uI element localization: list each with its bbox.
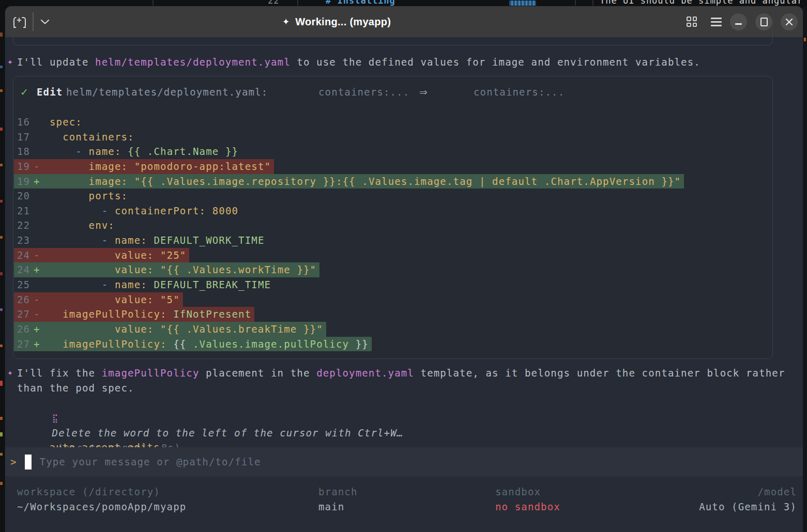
background-mark <box>804 38 806 41</box>
footer-value: Auto (Gemini 3) <box>699 499 797 514</box>
footer-value: ~/Workspaces/pomoApp/myapp <box>17 499 186 514</box>
code-text: env: <box>50 218 115 233</box>
message-segment: I'll update <box>17 56 95 68</box>
diff-marker: + <box>34 174 50 189</box>
terminal-window: + ✦ Working... (myapp) <box>5 6 803 532</box>
assistant-message-fix: ✦ I'll fix the imagePullPolicy placement… <box>5 366 800 395</box>
diff-after-summary: containers:... <box>474 85 565 100</box>
prompt-chevron: > <box>10 456 17 467</box>
assistant-message-text: I'll fix the imagePullPolicy placement i… <box>17 366 800 395</box>
diff-line: 16 spec: <box>14 115 772 130</box>
close-icon <box>785 18 793 26</box>
check-icon: ✓ <box>20 85 29 100</box>
diff-line: 24+ value: "{{ .Values.workTime }}" <box>14 262 772 277</box>
previous-card-remnant <box>13 21 773 45</box>
background-mark <box>0 432 3 436</box>
diff-marker <box>34 115 50 130</box>
edit-diff-card: ✓ Edit helm/templates/deployment.yaml: c… <box>13 76 773 359</box>
code-text: imagePullPolicy: {{ .Values.image.pullPo… <box>50 337 369 352</box>
code-text: image: "pomodoro-app:latest" <box>50 159 271 174</box>
spinner-icon: ⣯ <box>52 413 59 423</box>
terminal-content: ✦ I'll update helm/templates/deployment.… <box>5 37 803 532</box>
background-mark <box>0 417 3 420</box>
code-text: value: "25" <box>50 248 186 263</box>
diff-line: 23 - name: DEFAULT_WORK_TIME <box>14 233 772 248</box>
line-number: 19 <box>14 159 34 174</box>
code-text: - containerPort: 8000 <box>50 204 238 218</box>
sparkle-bullet-icon: ✦ <box>7 55 13 70</box>
line-number: 17 <box>14 130 34 145</box>
message-segment: helm/templates/deployment.yaml <box>95 56 291 68</box>
line-number: 20 <box>14 189 34 204</box>
line-number: 27 <box>14 307 34 322</box>
message-segment: placement in the <box>200 367 317 379</box>
background-mark <box>0 164 3 166</box>
edit-file-path: helm/templates/deployment.yaml: <box>66 85 268 100</box>
footer-label: branch <box>318 484 358 499</box>
diff-line: 21 - containerPort: 8000 <box>14 204 772 218</box>
message-segment: deployment.yaml <box>316 367 414 379</box>
diff-line: 25 - name: DEFAULT_BREAK_TIME <box>14 277 772 292</box>
background-window-top-strip: 22 # Installing The UI should be simple … <box>0 0 807 6</box>
code-text: - name: DEFAULT_WORK_TIME <box>50 233 264 248</box>
diff-line: 27+ imagePullPolicy: {{ .Values.image.pu… <box>14 337 772 352</box>
background-divider <box>592 0 593 6</box>
close-button[interactable] <box>781 13 798 30</box>
code-text: value: "{{ .Values.breakTime }}" <box>50 322 323 337</box>
background-mark <box>0 453 3 456</box>
diff-marker: + <box>34 322 50 337</box>
background-window-left-strip <box>0 6 5 532</box>
assistant-message-update: ✦ I'll update helm/templates/deployment.… <box>5 55 796 70</box>
footer-label: workspace (/directory) <box>17 484 186 499</box>
line-number: 16 <box>14 115 34 130</box>
diff-marker: - <box>34 292 50 307</box>
footer-column-model: /modelAuto (Gemini 3) <box>699 484 797 514</box>
background-code-comment: # Installing <box>326 0 395 6</box>
line-number: 21 <box>14 204 34 218</box>
edit-action-label: Edit <box>37 85 63 100</box>
footer-label: sandbox <box>495 484 560 499</box>
background-mark <box>0 128 3 131</box>
footer-column-sandbox: sandboxno sandbox <box>495 484 560 514</box>
background-editor-text: The UI should be simple and angular <box>600 0 803 6</box>
diff-marker <box>34 130 50 145</box>
footer-label: /model <box>699 484 797 499</box>
diff-marker: - <box>34 159 50 174</box>
line-number: 23 <box>14 233 34 248</box>
diff-line: 19+ image: "{{ .Values.image.repository … <box>14 174 772 189</box>
background-mark <box>0 308 3 311</box>
diff-line: 22 env: <box>14 218 772 233</box>
background-divider <box>297 0 298 6</box>
message-segment: to use the defined values for image and … <box>291 56 701 68</box>
diff-line: 20 ports: <box>14 189 772 204</box>
code-text: - name: DEFAULT_BREAK_TIME <box>50 277 271 292</box>
background-mark <box>0 482 3 485</box>
code-text: value: "{{ .Values.workTime }}" <box>50 262 316 277</box>
background-mark <box>0 89 3 92</box>
code-text: image: "{{ .Values.image.repository }}:{… <box>50 174 681 189</box>
diff-marker <box>34 218 50 233</box>
text-cursor <box>25 455 32 470</box>
assistant-message-text: I'll update helm/templates/deployment.ya… <box>17 55 796 70</box>
diff-line: 18 - name: {{ .Chart.Name }} <box>14 144 772 159</box>
sparkle-bullet-icon: ✦ <box>7 366 13 381</box>
background-mark <box>0 33 3 37</box>
diff-view: 16 spec:17 containers:18 - name: {{ .Cha… <box>14 115 772 351</box>
diff-marker: + <box>34 262 50 277</box>
background-divider <box>575 0 576 6</box>
diff-marker: - <box>34 248 50 263</box>
code-text: ports: <box>50 189 128 204</box>
background-line-number: 22 <box>268 0 279 6</box>
footer-value: no sandbox <box>495 499 560 514</box>
background-badge <box>509 1 536 6</box>
code-text: value: "5" <box>50 292 180 307</box>
line-number: 26 <box>14 322 34 337</box>
code-text: spec: <box>50 115 82 130</box>
message-input[interactable]: > Type your message or @path/to/file <box>5 447 803 476</box>
line-number: 24 <box>14 262 34 277</box>
line-number: 19 <box>14 174 34 189</box>
background-window-right-strip <box>803 6 807 532</box>
background-mark <box>0 345 3 347</box>
background-mark <box>0 236 3 239</box>
diff-line: 19- image: "pomodoro-app:latest" <box>14 159 772 174</box>
